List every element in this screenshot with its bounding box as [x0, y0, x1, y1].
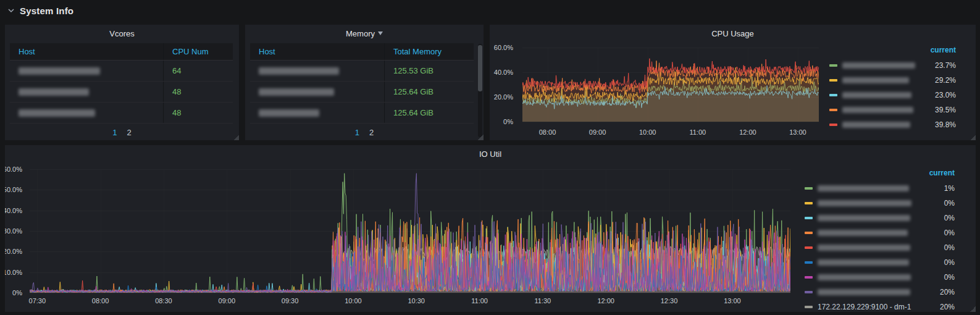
x-tick-label: 13:00 [724, 297, 741, 304]
host-name-redacted [259, 109, 319, 117]
y-tick-label: 20.0% [5, 248, 22, 255]
series-current-value: 23.7% [935, 61, 956, 70]
scrollbar-thumb[interactable] [478, 45, 482, 91]
cpu-x-axis: 08:0009:0010:0011:0012:0013:00 [522, 128, 819, 138]
page-button-2[interactable]: 2 [369, 128, 374, 137]
total-memory-value: 125.53 GiB [384, 61, 474, 81]
page-button-2[interactable]: 2 [127, 128, 132, 137]
series-name-redacted [818, 200, 911, 206]
host-name-redacted [259, 88, 334, 96]
y-tick-label: 50.0% [5, 186, 22, 193]
panel-cpu-usage: CPU Usage 60.0%40.0%20.0%0% 08:0009:0010… [490, 25, 976, 140]
row-title: System Info [20, 6, 73, 16]
series-name-redacted [842, 77, 909, 83]
series-current-value: 39.5% [935, 106, 956, 114]
column-header-cpu-num[interactable]: CPU Num [163, 43, 233, 60]
panel-resize-handle[interactable] [970, 134, 976, 140]
legend-current-header[interactable]: current [829, 44, 956, 58]
x-tick-label: 11:00 [689, 128, 706, 136]
legend-item[interactable]: 23.7% [829, 58, 956, 73]
page-button-1[interactable]: 1 [112, 128, 117, 137]
panel-menu-caret-icon [378, 32, 383, 35]
y-tick-label: 60.0% [494, 44, 513, 51]
panel-resize-handle[interactable] [477, 134, 484, 140]
series-name-redacted [818, 259, 909, 266]
series-name-redacted [842, 62, 915, 69]
x-tick-label: 08:30 [155, 297, 172, 304]
host-name-redacted [19, 67, 100, 75]
panel-resize-handle[interactable] [233, 134, 239, 140]
column-header-host[interactable]: Host [250, 43, 384, 60]
legend-item[interactable]: 39.8% [829, 117, 956, 132]
cpu-num-value: 64 [163, 61, 233, 81]
legend-item[interactable]: 0% [805, 270, 955, 285]
page-button-1[interactable]: 1 [355, 128, 359, 137]
panel-io-util: IO Util 60.0%50.0%40.0%30.0%20.0%10.0%0%… [5, 145, 976, 312]
io-util-chart[interactable] [30, 169, 790, 293]
series-current-value: 0% [944, 214, 955, 222]
series-name-redacted [842, 122, 910, 128]
legend-item[interactable]: 0% [805, 225, 955, 240]
cpu-usage-chart[interactable] [522, 48, 819, 122]
series-current-value: 0% [944, 243, 955, 252]
series-name-redacted [818, 185, 909, 191]
series-color-icon [805, 306, 813, 308]
series-current-value: 0% [944, 273, 955, 282]
series-color-icon [805, 246, 813, 249]
x-tick-label: 12:00 [739, 128, 756, 136]
series-current-value: 20% [940, 288, 955, 296]
legend-item[interactable]: 0% [805, 211, 955, 225]
table-header: Host Total Memory [250, 43, 474, 61]
x-tick-label: 09:30 [282, 297, 299, 304]
row-header-system-info[interactable]: System Info [0, 0, 980, 21]
panel-resize-handle[interactable] [970, 306, 976, 312]
panel-title-bar[interactable]: Memory [245, 25, 484, 42]
legend-item[interactable]: 20% [805, 285, 955, 300]
legend-current-header[interactable]: current [805, 167, 955, 181]
legend-item[interactable]: 39.5% [829, 103, 956, 117]
series-current-value: 0% [944, 229, 955, 237]
column-header-host[interactable]: Host [10, 43, 163, 60]
series-current-value: 39.8% [935, 120, 956, 129]
legend-item[interactable]: 172.22.129.229:9100 - dm-1 20% [805, 300, 955, 312]
panel-title: Vcores [109, 29, 134, 38]
legend-item[interactable]: 1% [805, 181, 955, 196]
legend-item[interactable]: 29.2% [829, 73, 956, 88]
legend-item[interactable]: 0% [805, 196, 955, 211]
memory-table: Host Total Memory 125.53 GiB 125.64 GiB … [250, 43, 474, 124]
series-current-value: 0% [944, 258, 955, 267]
series-color-icon [829, 79, 837, 82]
collapse-chevron-icon [7, 7, 15, 14]
io-legend: current 1% 0% 0% 0% 0% 0% [805, 167, 955, 312]
x-tick-label: 13:00 [789, 128, 806, 136]
table-row: 125.64 GiB [250, 82, 474, 103]
series-color-icon [829, 124, 837, 126]
series-color-icon [805, 187, 813, 190]
series-color-icon [805, 276, 813, 279]
y-tick-label: 20.0% [494, 93, 513, 101]
panel-title-bar[interactable]: IO Util [5, 145, 976, 162]
host-name-redacted [259, 67, 339, 75]
series-name-redacted [842, 107, 913, 113]
series-color-icon [829, 109, 837, 111]
series-color-icon [805, 232, 813, 234]
cpu-y-axis: 60.0%40.0%20.0%0% [490, 48, 518, 122]
io-x-axis: 07:3008:0008:3009:0009:3010:0010:3011:00… [30, 297, 790, 306]
panel-title-bar[interactable]: CPU Usage [490, 25, 976, 42]
cpu-legend: current 23.7% 29.2% 23.0% 39.5% 39.8% [829, 44, 956, 132]
legend-item[interactable]: 23.0% [829, 88, 956, 103]
table-row: 125.64 GiB [250, 103, 474, 124]
legend-item[interactable]: 0% [805, 255, 955, 270]
x-tick-label: 09:00 [589, 128, 606, 136]
x-tick-label: 07:30 [29, 297, 46, 304]
host-name-redacted [19, 88, 89, 96]
y-tick-label: 60.0% [5, 166, 22, 173]
x-tick-label: 08:00 [92, 297, 109, 304]
y-tick-label: 40.0% [494, 69, 513, 76]
panel-title-bar[interactable]: Vcores [5, 25, 239, 42]
column-header-total-memory[interactable]: Total Memory [384, 43, 474, 60]
panel-title: IO Util [479, 149, 501, 159]
legend-item[interactable]: 0% [805, 240, 955, 255]
vcores-table: Host CPU Num 64 48 48 [10, 43, 233, 124]
series-color-icon [805, 217, 813, 219]
